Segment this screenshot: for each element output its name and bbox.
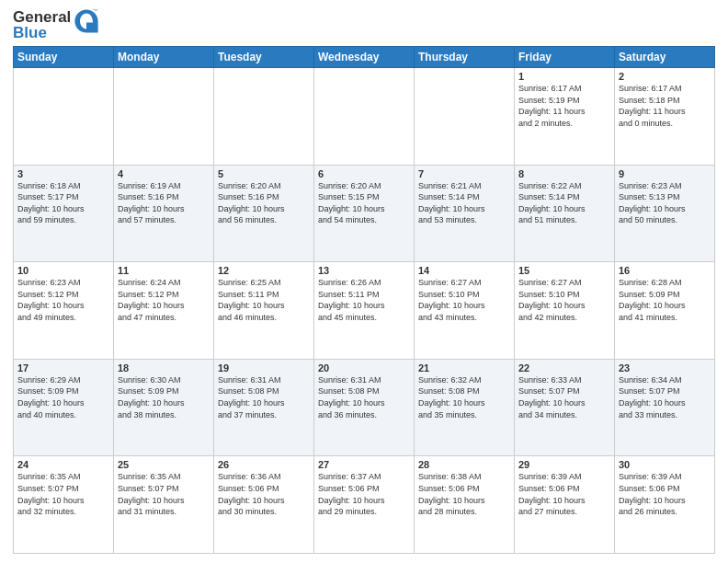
day-info: Sunrise: 6:31 AM Sunset: 5:08 PM Dayligh… — [218, 374, 310, 420]
day-number: 2 — [619, 71, 711, 82]
day-number: 25 — [118, 459, 210, 470]
day-info: Sunrise: 6:17 AM Sunset: 5:19 PM Dayligh… — [518, 83, 610, 129]
day-info: Sunrise: 6:39 AM Sunset: 5:06 PM Dayligh… — [518, 471, 610, 517]
cell-0-6: 2Sunrise: 6:17 AM Sunset: 5:18 PM Daylig… — [615, 68, 715, 166]
cell-4-1: 25Sunrise: 6:35 AM Sunset: 5:07 PM Dayli… — [114, 456, 214, 554]
day-number: 7 — [418, 168, 510, 179]
header: General Blue — [13, 9, 715, 40]
day-number: 28 — [418, 459, 510, 470]
cell-4-6: 30Sunrise: 6:39 AM Sunset: 5:06 PM Dayli… — [615, 456, 715, 554]
day-number: 27 — [318, 459, 410, 470]
day-info: Sunrise: 6:21 AM Sunset: 5:14 PM Dayligh… — [418, 180, 510, 226]
day-number: 15 — [518, 265, 610, 276]
logo-blue: Blue — [13, 25, 71, 40]
cell-4-2: 26Sunrise: 6:36 AM Sunset: 5:06 PM Dayli… — [214, 456, 314, 554]
day-info: Sunrise: 6:38 AM Sunset: 5:06 PM Dayligh… — [418, 471, 510, 517]
day-info: Sunrise: 6:36 AM Sunset: 5:06 PM Dayligh… — [218, 471, 310, 517]
day-number: 26 — [218, 459, 310, 470]
cell-0-2 — [214, 68, 314, 166]
cell-2-6: 16Sunrise: 6:28 AM Sunset: 5:09 PM Dayli… — [615, 262, 715, 360]
week-row-1: 3Sunrise: 6:18 AM Sunset: 5:17 PM Daylig… — [14, 165, 715, 262]
day-info: Sunrise: 6:22 AM Sunset: 5:14 PM Dayligh… — [518, 180, 610, 226]
day-number: 18 — [118, 362, 210, 373]
day-number: 17 — [17, 362, 109, 373]
cell-2-4: 14Sunrise: 6:27 AM Sunset: 5:10 PM Dayli… — [415, 262, 515, 360]
week-row-0: 1Sunrise: 6:17 AM Sunset: 5:19 PM Daylig… — [14, 68, 715, 166]
col-wednesday: Wednesday — [314, 47, 415, 68]
day-info: Sunrise: 6:18 AM Sunset: 5:17 PM Dayligh… — [17, 180, 109, 226]
day-info: Sunrise: 6:32 AM Sunset: 5:08 PM Dayligh… — [418, 374, 510, 420]
day-info: Sunrise: 6:25 AM Sunset: 5:11 PM Dayligh… — [218, 277, 310, 323]
day-info: Sunrise: 6:35 AM Sunset: 5:07 PM Dayligh… — [17, 471, 109, 517]
cell-4-0: 24Sunrise: 6:35 AM Sunset: 5:07 PM Dayli… — [14, 456, 114, 554]
cell-0-0 — [14, 68, 114, 166]
cell-4-3: 27Sunrise: 6:37 AM Sunset: 5:06 PM Dayli… — [314, 456, 415, 554]
calendar: Sunday Monday Tuesday Wednesday Thursday… — [13, 46, 715, 554]
cell-3-4: 21Sunrise: 6:32 AM Sunset: 5:08 PM Dayli… — [415, 359, 515, 456]
day-number: 21 — [418, 362, 510, 373]
day-number: 13 — [318, 265, 410, 276]
day-info: Sunrise: 6:20 AM Sunset: 5:15 PM Dayligh… — [318, 180, 410, 226]
day-info: Sunrise: 6:27 AM Sunset: 5:10 PM Dayligh… — [418, 277, 510, 323]
day-info: Sunrise: 6:27 AM Sunset: 5:10 PM Dayligh… — [518, 277, 610, 323]
day-number: 30 — [619, 459, 711, 470]
day-info: Sunrise: 6:29 AM Sunset: 5:09 PM Dayligh… — [17, 374, 109, 420]
day-info: Sunrise: 6:30 AM Sunset: 5:09 PM Dayligh… — [118, 374, 210, 420]
page: General Blue Sunday Monday Tuesday Wedne… — [0, 0, 728, 563]
week-row-3: 17Sunrise: 6:29 AM Sunset: 5:09 PM Dayli… — [14, 359, 715, 456]
col-monday: Monday — [114, 47, 214, 68]
cell-3-6: 23Sunrise: 6:34 AM Sunset: 5:07 PM Dayli… — [615, 359, 715, 456]
day-number: 14 — [418, 265, 510, 276]
logo-icon — [74, 8, 99, 34]
cell-3-1: 18Sunrise: 6:30 AM Sunset: 5:09 PM Dayli… — [114, 359, 214, 456]
cell-2-1: 11Sunrise: 6:24 AM Sunset: 5:12 PM Dayli… — [114, 262, 214, 360]
cell-2-0: 10Sunrise: 6:23 AM Sunset: 5:12 PM Dayli… — [14, 262, 114, 360]
day-number: 10 — [17, 265, 109, 276]
cell-0-3 — [314, 68, 415, 166]
calendar-header-row: Sunday Monday Tuesday Wednesday Thursday… — [14, 47, 715, 68]
col-sunday: Sunday — [14, 47, 114, 68]
cell-0-5: 1Sunrise: 6:17 AM Sunset: 5:19 PM Daylig… — [515, 68, 615, 166]
day-info: Sunrise: 6:34 AM Sunset: 5:07 PM Dayligh… — [619, 374, 711, 420]
day-info: Sunrise: 6:20 AM Sunset: 5:16 PM Dayligh… — [218, 180, 310, 226]
day-info: Sunrise: 6:23 AM Sunset: 5:13 PM Dayligh… — [619, 180, 711, 226]
day-info: Sunrise: 6:19 AM Sunset: 5:16 PM Dayligh… — [118, 180, 210, 226]
cell-1-0: 3Sunrise: 6:18 AM Sunset: 5:17 PM Daylig… — [14, 165, 114, 262]
day-number: 12 — [218, 265, 310, 276]
day-info: Sunrise: 6:24 AM Sunset: 5:12 PM Dayligh… — [118, 277, 210, 323]
cell-1-4: 7Sunrise: 6:21 AM Sunset: 5:14 PM Daylig… — [415, 165, 515, 262]
logo-area: General Blue — [13, 9, 99, 40]
day-info: Sunrise: 6:39 AM Sunset: 5:06 PM Dayligh… — [619, 471, 711, 517]
day-number: 4 — [118, 168, 210, 179]
cell-0-1 — [114, 68, 214, 166]
cell-0-4 — [415, 68, 515, 166]
day-number: 5 — [218, 168, 310, 179]
col-friday: Friday — [515, 47, 615, 68]
day-number: 1 — [518, 71, 610, 82]
cell-3-2: 19Sunrise: 6:31 AM Sunset: 5:08 PM Dayli… — [214, 359, 314, 456]
day-number: 20 — [318, 362, 410, 373]
day-info: Sunrise: 6:17 AM Sunset: 5:18 PM Dayligh… — [619, 83, 711, 129]
cell-2-3: 13Sunrise: 6:26 AM Sunset: 5:11 PM Dayli… — [314, 262, 415, 360]
week-row-2: 10Sunrise: 6:23 AM Sunset: 5:12 PM Dayli… — [14, 262, 715, 360]
col-saturday: Saturday — [615, 47, 715, 68]
cell-3-0: 17Sunrise: 6:29 AM Sunset: 5:09 PM Dayli… — [14, 359, 114, 456]
day-number: 6 — [318, 168, 410, 179]
day-info: Sunrise: 6:37 AM Sunset: 5:06 PM Dayligh… — [318, 471, 410, 517]
day-number: 23 — [619, 362, 711, 373]
day-number: 8 — [518, 168, 610, 179]
cell-4-5: 29Sunrise: 6:39 AM Sunset: 5:06 PM Dayli… — [515, 456, 615, 554]
cell-2-5: 15Sunrise: 6:27 AM Sunset: 5:10 PM Dayli… — [515, 262, 615, 360]
day-number: 16 — [619, 265, 711, 276]
col-tuesday: Tuesday — [214, 47, 314, 68]
cell-3-5: 22Sunrise: 6:33 AM Sunset: 5:07 PM Dayli… — [515, 359, 615, 456]
day-info: Sunrise: 6:35 AM Sunset: 5:07 PM Dayligh… — [118, 471, 210, 517]
cell-1-3: 6Sunrise: 6:20 AM Sunset: 5:15 PM Daylig… — [314, 165, 415, 262]
col-thursday: Thursday — [415, 47, 515, 68]
day-number: 19 — [218, 362, 310, 373]
day-number: 29 — [518, 459, 610, 470]
cell-1-2: 5Sunrise: 6:20 AM Sunset: 5:16 PM Daylig… — [214, 165, 314, 262]
logo-general: General — [13, 9, 71, 25]
day-info: Sunrise: 6:28 AM Sunset: 5:09 PM Dayligh… — [619, 277, 711, 323]
day-info: Sunrise: 6:31 AM Sunset: 5:08 PM Dayligh… — [318, 374, 410, 420]
